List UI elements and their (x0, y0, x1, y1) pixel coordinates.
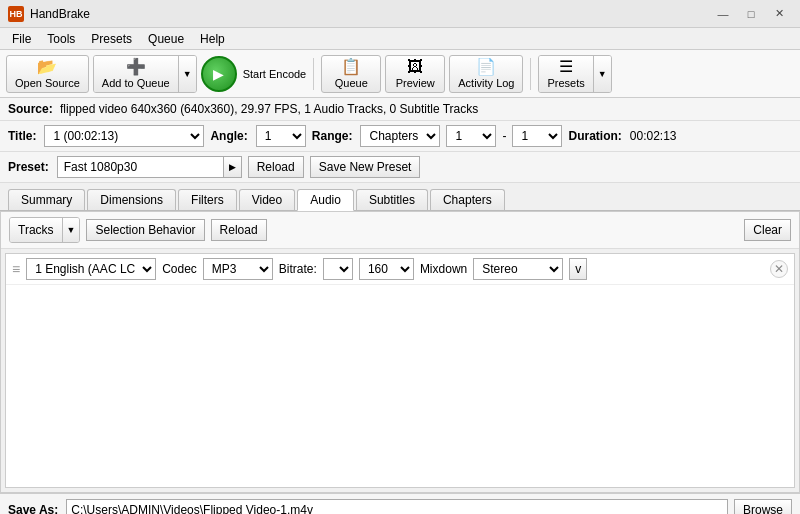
duration-value: 00:02:13 (630, 129, 677, 143)
clear-button[interactable]: Clear (744, 219, 791, 241)
start-icon: ▶ (213, 66, 224, 82)
source-label: Source: (8, 102, 53, 116)
audio-content: ≡ 1 English (AAC LC) (2... Codec MP3 Bit… (5, 253, 795, 488)
source-value: flipped video 640x360 (640x360), 29.97 F… (60, 102, 478, 116)
activity-log-icon: 📄 (476, 59, 496, 75)
tab-filters[interactable]: Filters (178, 189, 237, 210)
range-label: Range: (312, 129, 353, 143)
add-to-queue-split-button[interactable]: ➕ Add to Queue ▼ (93, 55, 197, 93)
bitrate-type-select[interactable] (323, 258, 353, 280)
menu-bar: File Tools Presets Queue Help (0, 28, 800, 50)
minimize-button[interactable]: — (710, 4, 736, 24)
reload-preset-button[interactable]: Reload (248, 156, 304, 178)
drag-handle-icon[interactable]: ≡ (12, 261, 20, 277)
app-title: HandBrake (30, 7, 710, 21)
mixdown-select[interactable]: Stereo (473, 258, 563, 280)
start-encode-button[interactable]: ▶ (201, 56, 237, 92)
title-label: Title: (8, 129, 36, 143)
tracks-split-button[interactable]: Tracks ▼ (9, 217, 80, 243)
save-row: Save As: Browse (0, 493, 800, 514)
separator-1 (313, 58, 314, 90)
open-source-button[interactable]: 📂 Open Source (6, 55, 89, 93)
tab-chapters[interactable]: Chapters (430, 189, 505, 210)
presets-split-button[interactable]: ☰ Presets ▼ (538, 55, 611, 93)
tracks-button[interactable]: Tracks (10, 218, 62, 242)
add-queue-icon: ➕ (126, 59, 146, 75)
range-select[interactable]: Chapters (360, 125, 440, 147)
preset-row: Preset: Fast 1080p30 ▶ Reload Save New P… (0, 152, 800, 183)
tab-subtitles[interactable]: Subtitles (356, 189, 428, 210)
toolbar: 📂 Open Source ➕ Add to Queue ▼ ▶ Start E… (0, 50, 800, 98)
chapter-to-select[interactable]: 1 (512, 125, 562, 147)
preset-expand-button[interactable]: ▶ (223, 157, 241, 177)
mixdown-label: Mixdown (420, 262, 467, 276)
browse-button[interactable]: Browse (734, 499, 792, 514)
presets-icon: ☰ (559, 59, 573, 75)
tab-dimensions[interactable]: Dimensions (87, 189, 176, 210)
bitrate-value-select[interactable]: 160 (359, 258, 414, 280)
tracks-dropdown-arrow[interactable]: ▼ (62, 218, 80, 242)
selection-behavior-button[interactable]: Selection Behavior (86, 219, 204, 241)
title-row: Title: 1 (00:02:13) Angle: 1 Range: Chap… (0, 121, 800, 152)
codec-label: Codec (162, 262, 197, 276)
extra-dropdown-button[interactable]: v (569, 258, 587, 280)
start-encode-label: Start Encode (243, 68, 307, 80)
presets-dropdown-arrow[interactable]: ▼ (593, 56, 611, 92)
add-to-queue-dropdown-arrow[interactable]: ▼ (178, 56, 196, 92)
duration-label: Duration: (568, 129, 621, 143)
close-button[interactable]: ✕ (766, 4, 792, 24)
track-select[interactable]: 1 English (AAC LC) (2... (26, 258, 156, 280)
menu-presets[interactable]: Presets (83, 28, 140, 49)
open-source-icon: 📂 (37, 59, 57, 75)
preset-value: Fast 1080p30 (58, 157, 223, 177)
activity-log-button[interactable]: 📄 Activity Log (449, 55, 523, 93)
codec-select[interactable]: MP3 (203, 258, 273, 280)
audio-reload-button[interactable]: Reload (211, 219, 267, 241)
preview-icon: 🖼 (407, 59, 423, 75)
remove-track-button[interactable]: ✕ (770, 260, 788, 278)
chapter-from-select[interactable]: 1 (446, 125, 496, 147)
menu-file[interactable]: File (4, 28, 39, 49)
preset-input-wrap: Fast 1080p30 ▶ (57, 156, 242, 178)
save-as-input[interactable] (66, 499, 728, 514)
angle-select[interactable]: 1 (256, 125, 306, 147)
preview-button[interactable]: 🖼 Preview (385, 55, 445, 93)
source-row: Source: flipped video 640x360 (640x360),… (0, 98, 800, 121)
audio-toolbar: Tracks ▼ Selection Behavior Reload Clear (1, 212, 799, 249)
menu-tools[interactable]: Tools (39, 28, 83, 49)
presets-button[interactable]: ☰ Presets (539, 56, 592, 92)
preset-label: Preset: (8, 160, 49, 174)
save-as-label: Save As: (8, 503, 58, 514)
add-to-queue-button[interactable]: ➕ Add to Queue (94, 56, 178, 92)
tab-audio[interactable]: Audio (297, 189, 354, 211)
tab-video[interactable]: Video (239, 189, 295, 210)
separator-2 (530, 58, 531, 90)
maximize-button[interactable]: □ (738, 4, 764, 24)
angle-label: Angle: (210, 129, 247, 143)
queue-icon: 📋 (341, 59, 361, 75)
save-new-preset-button[interactable]: Save New Preset (310, 156, 421, 178)
queue-button[interactable]: 📋 Queue (321, 55, 381, 93)
title-select[interactable]: 1 (00:02:13) (44, 125, 204, 147)
menu-queue[interactable]: Queue (140, 28, 192, 49)
app-icon: HB (8, 6, 24, 22)
chapter-dash: - (502, 129, 506, 143)
window-controls: — □ ✕ (710, 4, 792, 24)
title-bar: HB HandBrake — □ ✕ (0, 0, 800, 28)
audio-track-row: ≡ 1 English (AAC LC) (2... Codec MP3 Bit… (6, 254, 794, 285)
tab-summary[interactable]: Summary (8, 189, 85, 210)
menu-help[interactable]: Help (192, 28, 233, 49)
bitrate-label: Bitrate: (279, 262, 317, 276)
tabs-container: Summary Dimensions Filters Video Audio S… (0, 183, 800, 211)
